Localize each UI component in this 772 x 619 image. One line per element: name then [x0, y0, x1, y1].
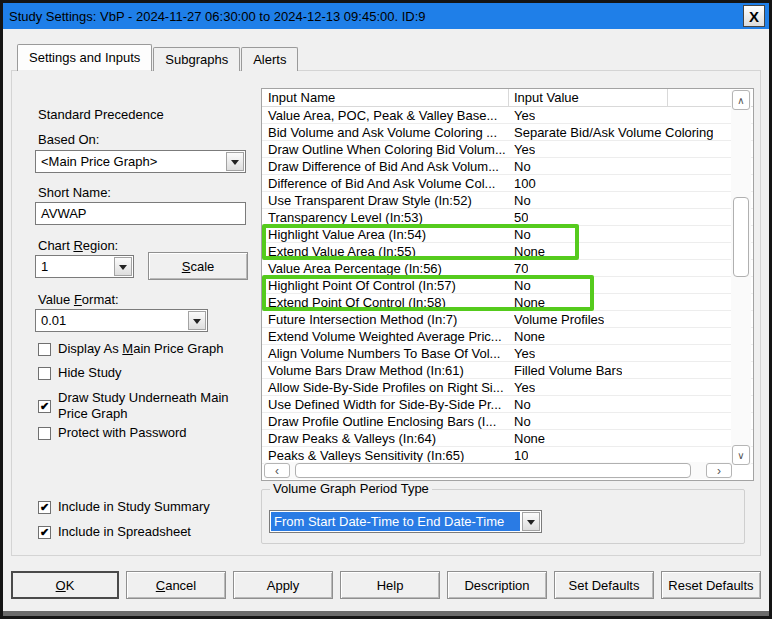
short-name-label: Short Name: — [38, 185, 111, 200]
checkbox-icon[interactable]: ✔ — [38, 400, 51, 413]
inputs-table: Input Name Input Value Value Area, POC, … — [261, 88, 754, 481]
scroll-right-button[interactable]: › — [706, 463, 732, 478]
input-name-cell: Volume Bars Draw Method (In:61) — [262, 363, 514, 378]
scale-button[interactable]: Scale — [148, 252, 248, 280]
input-value-cell: None — [514, 244, 545, 259]
scroll-up-button[interactable]: ∧ — [732, 90, 750, 110]
short-name-input[interactable]: AVWAP — [35, 202, 246, 225]
table-row[interactable]: Transparency Level (In:53) 50 — [262, 209, 753, 226]
checkbox-label: Include in Study Summary — [58, 499, 210, 515]
input-name-cell: Align Volume Numbers To Base Of Vol... — [262, 346, 514, 361]
table-row[interactable]: Draw Peaks & Valleys (In:64) None — [262, 430, 753, 447]
cancel-button[interactable]: Cancel — [126, 571, 226, 599]
chart-region-dropdown[interactable]: 1 — [35, 255, 134, 278]
table-row[interactable]: Align Volume Numbers To Base Of Vol... Y… — [262, 345, 753, 362]
value-format-dropdown[interactable]: 0.01 — [35, 309, 208, 332]
chevron-down-icon[interactable] — [114, 257, 132, 276]
checkbox-label: Display As Main Price Graph — [58, 341, 223, 357]
close-button[interactable]: X — [743, 5, 765, 27]
scroll-up-icon: ∧ — [737, 95, 744, 106]
horizontal-scrollbar[interactable]: ‹ › — [264, 462, 732, 479]
tab-alerts[interactable]: Alerts — [241, 47, 298, 71]
table-row[interactable]: Draw Difference of Bid And Ask Volum... … — [262, 158, 753, 175]
value-format-label: Value Format: — [38, 292, 119, 307]
checkbox-include-in-spreadsheet[interactable]: ✔ Include in Spreadsheet — [38, 524, 191, 540]
checkbox-label: Draw Study Underneath Main Price Graph — [58, 390, 253, 422]
vertical-scrollbar-thumb[interactable] — [733, 197, 749, 277]
input-name-cell: Future Intersection Method (In:7) — [262, 312, 514, 327]
horizontal-scrollbar-thumb[interactable] — [295, 463, 691, 478]
table-row[interactable]: Highlight Point Of Control (In:57) No — [262, 277, 753, 294]
input-value-cell: None — [514, 295, 545, 310]
checkbox-hide-study[interactable]: Hide Study — [38, 365, 122, 381]
checkbox-icon[interactable]: ✔ — [38, 501, 51, 514]
checkbox-label: Include in Spreadsheet — [58, 524, 191, 540]
checkbox-icon[interactable] — [38, 343, 51, 356]
chevron-down-icon[interactable] — [522, 512, 540, 531]
table-row[interactable]: Use Transparent Draw Style (In:52) No — [262, 192, 753, 209]
input-name-cell: Bid Volume and Ask Volume Coloring ... — [262, 125, 514, 140]
checkbox-include-in-study-summary[interactable]: ✔ Include in Study Summary — [38, 499, 210, 515]
tab-subgraphs[interactable]: Subgraphs — [153, 47, 240, 71]
input-name-cell: Draw Peaks & Valleys (In:64) — [262, 431, 514, 446]
tab-bar: Settings and Inputs Subgraphs Alerts — [17, 44, 299, 71]
column-header-input-value: Input Value — [509, 89, 668, 106]
table-row[interactable]: Highlight Value Area (In:54) No — [262, 226, 753, 243]
based-on-dropdown[interactable]: <Main Price Graph> — [35, 150, 246, 173]
chevron-down-icon[interactable] — [226, 152, 244, 171]
scroll-down-icon: ∨ — [737, 450, 744, 461]
group-label: Volume Graph Period Type — [270, 481, 432, 496]
table-row[interactable]: Draw Outline When Coloring Bid Volum... … — [262, 141, 753, 158]
title-bar[interactable]: Study Settings: VbP - 2024-11-27 06:30:0… — [3, 3, 769, 29]
table-row[interactable]: Use Defined Width for Side-By-Side Pr...… — [262, 396, 753, 413]
table-row[interactable]: Value Area, POC, Peak & Valley Base... Y… — [262, 107, 753, 124]
ok-button[interactable]: OK — [11, 571, 119, 599]
checkbox-icon[interactable] — [38, 427, 51, 440]
checkbox-icon[interactable] — [38, 367, 51, 380]
checkbox-draw-study-underneath[interactable]: ✔ Draw Study Underneath Main Price Graph — [38, 390, 253, 422]
input-value-cell: No — [514, 193, 531, 208]
value-format-value: 0.01 — [36, 310, 187, 331]
table-row[interactable]: Draw Profile Outline Enclosing Bars (I..… — [262, 413, 753, 430]
input-value-cell: No — [514, 397, 531, 412]
input-name-cell: Peaks & Valleys Sensitivity (In:65) — [262, 448, 514, 463]
input-value-cell: No — [514, 278, 531, 293]
chevron-down-icon[interactable] — [188, 311, 206, 330]
period-type-dropdown[interactable]: From Start Date-Time to End Date-Time — [269, 510, 542, 533]
input-value-cell: Yes — [514, 108, 535, 123]
input-name-cell: Allow Side-By-Side Profiles on Right Si.… — [262, 380, 514, 395]
input-name-cell: Draw Profile Outline Enclosing Bars (I..… — [262, 414, 514, 429]
help-button[interactable]: Help — [340, 571, 440, 599]
table-row[interactable]: Allow Side-By-Side Profiles on Right Si.… — [262, 379, 753, 396]
checkbox-protect-with-password[interactable]: Protect with Password — [38, 425, 187, 441]
table-row[interactable]: Extend Value Area (In:55) None — [262, 243, 753, 260]
input-name-cell: Draw Outline When Coloring Bid Volum... — [262, 142, 514, 157]
table-row[interactable]: Future Intersection Method (In:7) Volume… — [262, 311, 753, 328]
input-name-cell: Use Transparent Draw Style (In:52) — [262, 193, 514, 208]
table-row[interactable]: Extend Point Of Control (In:58) None — [262, 294, 753, 311]
description-button[interactable]: Description — [447, 571, 547, 599]
input-value-cell: No — [514, 159, 531, 174]
checkbox-icon[interactable]: ✔ — [38, 526, 51, 539]
checkbox-label: Protect with Password — [58, 425, 187, 441]
table-row[interactable]: Value Area Percentage (In:56) 70 — [262, 260, 753, 277]
table-row[interactable]: Volume Bars Draw Method (In:61) Filled V… — [262, 362, 753, 379]
set-defaults-button[interactable]: Set Defaults — [554, 571, 654, 599]
scroll-left-button[interactable]: ‹ — [264, 463, 290, 478]
tab-settings-and-inputs[interactable]: Settings and Inputs — [17, 44, 152, 71]
checkbox-display-as-main-price-graph[interactable]: Display As Main Price Graph — [38, 341, 223, 357]
table-header: Input Name Input Value — [262, 89, 753, 107]
table-row[interactable]: Difference of Bid And Ask Volume Col... … — [262, 175, 753, 192]
input-value-cell: Volume Profiles — [514, 312, 604, 327]
apply-button[interactable]: Apply — [233, 571, 333, 599]
based-on-label: Based On: — [38, 132, 99, 147]
table-row[interactable]: Extend Volume Weighted Average Pric... N… — [262, 328, 753, 345]
window-bottom-edge — [3, 611, 769, 616]
input-name-cell: Value Area Percentage (In:56) — [262, 261, 514, 276]
input-value-cell: Separate Bid/Ask Volume Coloring — [514, 125, 713, 140]
scroll-down-button[interactable]: ∨ — [732, 445, 750, 465]
reset-defaults-button[interactable]: Reset Defaults — [661, 571, 761, 599]
vertical-scrollbar[interactable]: ∧ ∨ — [731, 90, 751, 465]
input-name-cell: Draw Difference of Bid And Ask Volum... — [262, 159, 514, 174]
table-row[interactable]: Bid Volume and Ask Volume Coloring ... S… — [262, 124, 753, 141]
